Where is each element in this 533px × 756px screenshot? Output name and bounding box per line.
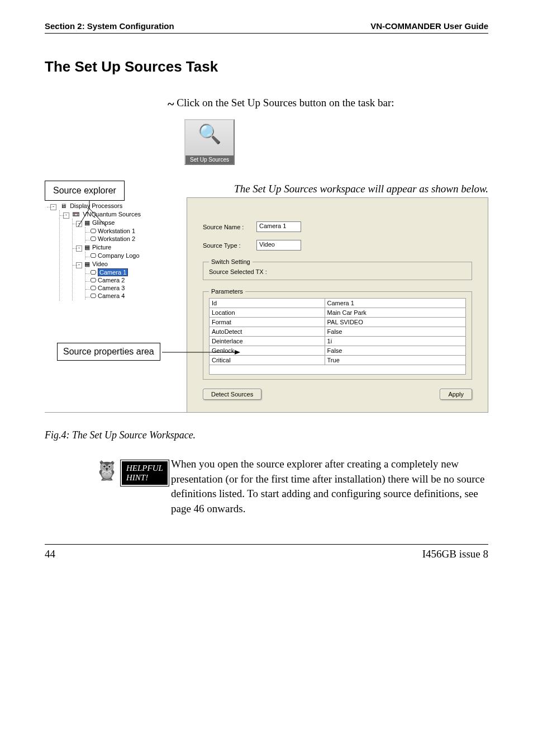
- parameters-table[interactable]: IdCamera 1LocationMain Car ParkFormatPAL…: [209, 298, 466, 375]
- tree-sources-label: VNQuantum Sources: [83, 211, 141, 218]
- detect-sources-button[interactable]: Detect Sources: [203, 389, 261, 400]
- tree-item[interactable]: 🖵Workstation 2: [87, 235, 183, 243]
- table-empty-area: [210, 365, 466, 375]
- table-cell[interactable]: False: [325, 327, 465, 337]
- tree-item[interactable]: 🖵Camera 1: [87, 268, 183, 276]
- running-head-left: Section 2: System Configuration: [45, 21, 174, 31]
- tree-group-label: Picture: [92, 244, 111, 251]
- source-name-label: Source Name :: [203, 224, 256, 230]
- helpful-hint-badge: 🦉 HELPFUL HINT!: [95, 457, 162, 490]
- tree-root-label: Display Processors: [70, 202, 122, 209]
- table-cell[interactable]: 1i: [325, 337, 465, 346]
- table-cell[interactable]: PAL SVIDEO: [325, 318, 465, 327]
- apply-button[interactable]: Apply: [440, 389, 472, 400]
- owl-icon: 🦉: [95, 459, 118, 481]
- switch-setting-legend: Switch Setting: [209, 258, 253, 265]
- table-cell[interactable]: Camera 1: [325, 299, 465, 308]
- source-type-input[interactable]: Video: [256, 240, 301, 251]
- table-cell[interactable]: Format: [210, 318, 325, 327]
- tree-item-label: Company Logo: [98, 252, 140, 259]
- laptop-magnifier-icon: 🔍: [185, 120, 234, 148]
- expand-icon[interactable]: -: [76, 245, 82, 252]
- parameters-group: Parameters IdCamera 1LocationMain Car Pa…: [203, 288, 472, 380]
- folder-icon: ▦: [83, 219, 91, 226]
- tree-item[interactable]: 🖵Company Logo: [87, 252, 183, 259]
- issue-code: I456GB issue 8: [422, 548, 488, 560]
- expand-icon[interactable]: -: [76, 221, 82, 227]
- sources-icon: 📼: [72, 211, 80, 218]
- tree-item-label: Workstation 1: [98, 228, 135, 234]
- monitor-icon: 🖵: [89, 252, 97, 259]
- table-cell[interactable]: Main Car Park: [325, 308, 465, 318]
- workspace-appear-caption: The Set Up Sources workspace will appear…: [141, 183, 488, 195]
- tree-group[interactable]: -▦Video🖵Camera 1🖵Camera 2🖵Camera 3🖵Camer…: [74, 260, 183, 300]
- monitor-icon: 🖵: [89, 228, 97, 234]
- callout-source-explorer: Source explorer: [45, 181, 125, 201]
- tree-item[interactable]: 🖵Camera 4: [87, 292, 183, 300]
- table-cell[interactable]: False: [325, 346, 465, 356]
- tree-root[interactable]: - 🖥 Display Processors - 📼 VNQuantum Sou…: [48, 202, 183, 301]
- table-cell[interactable]: AutoDetect: [210, 327, 325, 337]
- table-cell[interactable]: Deinterlace: [210, 337, 325, 346]
- hint-line2: HINT!: [126, 473, 148, 482]
- table-row[interactable]: CriticalTrue: [210, 356, 466, 365]
- tree-item-label: Camera 2: [98, 277, 125, 284]
- table-row[interactable]: LocationMain Car Park: [210, 308, 466, 318]
- tree-group[interactable]: -▦Picture🖵Company Logo: [74, 243, 183, 260]
- monitor-icon: 🖵: [89, 285, 97, 291]
- monitor-icon: 🖵: [89, 235, 97, 242]
- source-properties-pane: Source Name : Camera 1 Source Type : Vid…: [187, 197, 488, 413]
- page-title: The Set Up Sources Task: [45, 58, 488, 75]
- switch-setting-group: Switch Setting Source Selected TX :: [203, 258, 472, 280]
- tree-group[interactable]: -▦Glimpse🖵Workstation 1🖵Workstation 2: [74, 219, 183, 243]
- expand-icon[interactable]: -: [76, 262, 82, 268]
- tilde-bullet: ~: [168, 97, 174, 111]
- page-number: 44: [45, 548, 55, 560]
- tree-item[interactable]: 🖵Camera 2: [87, 276, 183, 284]
- tree-item[interactable]: 🖵Camera 3: [87, 284, 183, 292]
- table-row[interactable]: GenlockFalse: [210, 346, 466, 356]
- set-up-sources-button[interactable]: 🔍 Set Up Sources: [184, 119, 235, 165]
- table-row[interactable]: FormatPAL SVIDEO: [210, 318, 466, 327]
- source-selected-tx-label: Source Selected TX :: [209, 268, 267, 275]
- source-tree[interactable]: - 🖥 Display Processors - 📼 VNQuantum Sou…: [48, 202, 183, 301]
- processors-icon: 🖥: [59, 202, 67, 209]
- folder-icon: ▦: [83, 244, 91, 251]
- step-text: Click on the Set Up Sources button on th…: [177, 97, 394, 108]
- expand-icon[interactable]: -: [50, 204, 56, 210]
- table-cell[interactable]: Location: [210, 308, 325, 318]
- tree-item-label: Workstation 2: [98, 235, 135, 242]
- hint-paragraph: When you open the source explorer after …: [171, 457, 488, 516]
- tree-sources[interactable]: - 📼 VNQuantum Sources -▦Glimpse🖵Workstat…: [61, 210, 183, 301]
- source-explorer-pane: Set Up Sourc - 🖥 Display Processors - 📼 …: [45, 197, 187, 413]
- table-cell[interactable]: Critical: [210, 356, 325, 365]
- monitor-icon: 🖵: [89, 277, 97, 284]
- table-row[interactable]: IdCamera 1: [210, 299, 466, 308]
- folder-icon: ▦: [83, 261, 91, 268]
- figure-caption: Fig.4: The Set Up Source Workspace.: [45, 429, 488, 441]
- callout-source-properties: Source properties area: [57, 343, 160, 361]
- monitor-icon: 🖵: [89, 269, 97, 276]
- taskbar-button-caption: Set Up Sources: [185, 155, 234, 164]
- table-cell[interactable]: Id: [210, 299, 325, 308]
- step-instruction: ~ Click on the Set Up Sources button on …: [168, 97, 488, 111]
- tree-item-label: Camera 1: [98, 268, 128, 276]
- hint-tag: HELPFUL HINT!: [121, 460, 169, 486]
- source-name-input[interactable]: Camera 1: [256, 221, 301, 232]
- tree-group-label: Video: [92, 261, 108, 267]
- table-row[interactable]: Deinterlace1i: [210, 337, 466, 346]
- expand-icon[interactable]: -: [63, 212, 69, 219]
- tree-item[interactable]: 🖵Workstation 1: [87, 227, 183, 235]
- tree-item-label: Camera 3: [98, 285, 125, 291]
- running-head-right: VN-COMMANDER User Guide: [370, 21, 488, 31]
- monitor-icon: 🖵: [89, 292, 97, 299]
- tree-item-label: Camera 4: [98, 292, 125, 299]
- screenshot-set-up-sources: Set Up Sourc - 🖥 Display Processors - 📼 …: [45, 197, 488, 413]
- parameters-legend: Parameters: [209, 288, 245, 295]
- table-row[interactable]: AutoDetectFalse: [210, 327, 466, 337]
- table-cell[interactable]: True: [325, 356, 465, 365]
- hint-line1: HELPFUL: [126, 464, 163, 472]
- table-cell[interactable]: Genlock: [210, 346, 325, 356]
- source-type-label: Source Type :: [203, 242, 256, 249]
- tree-group-label: Glimpse: [92, 219, 115, 226]
